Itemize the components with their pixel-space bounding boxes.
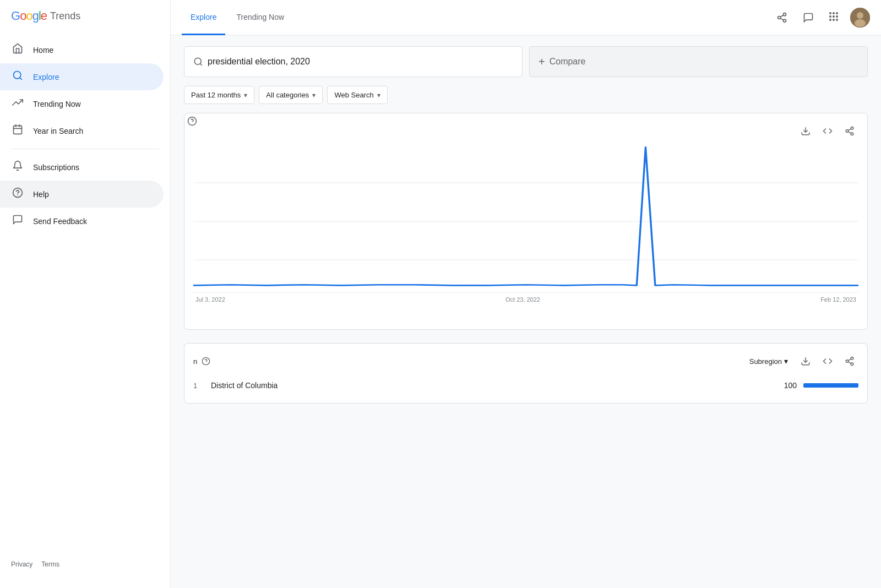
subregion-actions: Subregion ▾ bbox=[745, 352, 858, 370]
table-row: 1 District of Columbia 100 bbox=[193, 377, 858, 394]
svg-point-33 bbox=[851, 357, 853, 360]
subregion-help-icon[interactable] bbox=[199, 355, 213, 368]
type-filter-chevron: ▾ bbox=[377, 91, 380, 99]
category-filter-label: All categories bbox=[266, 91, 309, 99]
region-label: District of Columbia bbox=[211, 381, 768, 390]
sidebar-item-year-in-search[interactable]: Year in Search bbox=[0, 117, 164, 144]
embed-chart-button[interactable] bbox=[819, 122, 836, 140]
share-chart-button[interactable] bbox=[841, 122, 858, 140]
download-chart-button[interactable] bbox=[797, 122, 814, 140]
sidebar-item-explore[interactable]: Explore bbox=[0, 63, 164, 90]
logo[interactable]: Google Trends bbox=[0, 0, 170, 32]
svg-rect-2 bbox=[14, 126, 22, 134]
sidebar-item-help-label: Help bbox=[33, 190, 49, 199]
sidebar-item-trending-label: Trending Now bbox=[33, 100, 81, 108]
svg-line-17 bbox=[200, 63, 202, 65]
compare-box[interactable]: + Compare bbox=[529, 46, 868, 77]
x-label-3: Feb 12, 2023 bbox=[820, 296, 856, 303]
terms-link[interactable]: Terms bbox=[41, 560, 59, 568]
svg-point-34 bbox=[846, 360, 849, 363]
search-icon bbox=[11, 70, 24, 84]
subregion-section: n Subregion ▾ bbox=[184, 343, 868, 404]
apps-button[interactable] bbox=[824, 7, 846, 29]
top-nav: Explore Trending Now bbox=[171, 0, 881, 35]
sidebar-item-subscriptions[interactable]: Subscriptions bbox=[0, 154, 164, 181]
tab-explore[interactable]: Explore bbox=[182, 1, 225, 35]
svg-point-23 bbox=[851, 133, 853, 135]
category-filter[interactable]: All categories ▾ bbox=[259, 86, 323, 104]
svg-point-35 bbox=[851, 363, 853, 366]
compare-label: Compare bbox=[550, 57, 586, 67]
svg-line-37 bbox=[848, 359, 851, 361]
trends-label: Trends bbox=[50, 10, 80, 22]
nav-tabs: Explore Trending Now bbox=[182, 0, 293, 35]
trend-line-chart bbox=[193, 144, 858, 298]
subregion-title: n bbox=[193, 357, 197, 366]
share-subregion-button[interactable] bbox=[841, 352, 858, 370]
subregion-dropdown-chevron: ▾ bbox=[784, 357, 788, 366]
region-value: 100 bbox=[775, 381, 797, 390]
google-logo: Google bbox=[11, 9, 47, 23]
x-label-2: Oct 23, 2022 bbox=[505, 296, 540, 303]
search-input-icon bbox=[193, 57, 203, 67]
svg-point-21 bbox=[851, 127, 853, 130]
subregion-dropdown[interactable]: Subregion ▾ bbox=[745, 355, 792, 368]
calendar-icon bbox=[11, 124, 24, 138]
chart-actions bbox=[797, 122, 858, 140]
chart-header bbox=[193, 122, 858, 140]
sidebar-item-home[interactable]: Home bbox=[0, 36, 164, 63]
share-button[interactable] bbox=[771, 7, 793, 29]
type-filter[interactable]: Web Search ▾ bbox=[327, 86, 387, 104]
home-icon bbox=[11, 43, 24, 57]
chart-help-icon[interactable] bbox=[184, 113, 200, 129]
grid-icon bbox=[829, 12, 840, 23]
svg-line-11 bbox=[780, 18, 784, 20]
sidebar-item-help[interactable]: Help bbox=[0, 181, 164, 208]
search-input-box[interactable]: presidential election, 2020 bbox=[184, 46, 523, 77]
sidebar-item-explore-label: Explore bbox=[33, 73, 59, 81]
nav-divider bbox=[11, 149, 159, 149]
svg-point-10 bbox=[784, 19, 786, 22]
sidebar-item-year-label: Year in Search bbox=[33, 127, 83, 135]
sidebar-item-subscriptions-label: Subscriptions bbox=[33, 163, 79, 172]
region-bar bbox=[803, 383, 858, 388]
tab-trending-now[interactable]: Trending Now bbox=[227, 1, 293, 35]
sidebar-item-feedback[interactable]: Send Feedback bbox=[0, 208, 164, 235]
subregion-header: n Subregion ▾ bbox=[193, 352, 858, 370]
sidebar-item-trending[interactable]: Trending Now bbox=[0, 90, 164, 117]
svg-point-16 bbox=[194, 58, 201, 64]
embed-subregion-button[interactable] bbox=[819, 352, 836, 370]
topnav-actions bbox=[771, 7, 870, 29]
category-filter-chevron: ▾ bbox=[312, 91, 316, 99]
download-subregion-button[interactable] bbox=[797, 352, 814, 370]
svg-point-8 bbox=[784, 13, 786, 15]
filter-row: Past 12 months ▾ All categories ▾ Web Se… bbox=[184, 86, 868, 104]
x-label-1: Jul 3, 2022 bbox=[195, 296, 225, 303]
compare-plus-icon: + bbox=[539, 56, 545, 68]
type-filter-label: Web Search bbox=[334, 91, 373, 99]
feedback-icon bbox=[11, 214, 24, 228]
time-filter-label: Past 12 months bbox=[191, 91, 241, 99]
sidebar-item-home-label: Home bbox=[33, 46, 53, 55]
sidebar: Google Trends Home Explore bbox=[0, 0, 171, 588]
time-filter[interactable]: Past 12 months ▾ bbox=[184, 86, 254, 104]
avatar[interactable] bbox=[850, 8, 870, 28]
content-area: presidential election, 2020 + Compare Pa… bbox=[171, 35, 881, 415]
sidebar-nav: Home Explore Trending Now bbox=[0, 32, 170, 552]
chart-container: Jul 3, 2022 Oct 23, 2022 Feb 12, 2023 bbox=[193, 144, 858, 320]
svg-point-22 bbox=[846, 130, 849, 133]
privacy-link[interactable]: Privacy bbox=[11, 560, 32, 568]
bell-icon bbox=[11, 160, 24, 174]
svg-point-9 bbox=[778, 16, 781, 19]
trending-icon bbox=[11, 97, 24, 111]
sidebar-item-feedback-label: Send Feedback bbox=[33, 217, 87, 226]
help-icon bbox=[11, 187, 24, 201]
comment-button[interactable] bbox=[797, 7, 819, 29]
svg-point-14 bbox=[857, 12, 863, 19]
svg-line-12 bbox=[780, 15, 784, 17]
search-row: presidential election, 2020 + Compare bbox=[184, 46, 868, 77]
svg-line-24 bbox=[848, 132, 851, 133]
svg-point-15 bbox=[855, 19, 866, 27]
data-rank: 1 bbox=[193, 382, 204, 390]
interest-over-time-chart: Jul 3, 2022 Oct 23, 2022 Feb 12, 2023 bbox=[184, 113, 868, 330]
